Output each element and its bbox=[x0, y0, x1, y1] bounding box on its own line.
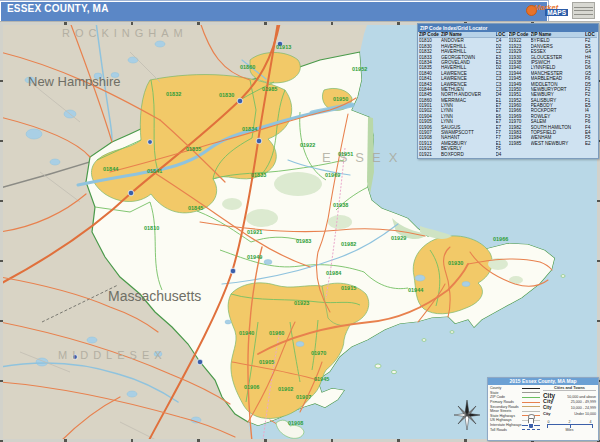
city-size-label: City bbox=[543, 398, 553, 404]
table-row: 01921BOXFORDD4 bbox=[419, 152, 508, 157]
col-loc: LOC bbox=[585, 32, 597, 37]
scale-bar: 0 2 4 Miles bbox=[543, 420, 596, 432]
col-zip-name: ZIP Name bbox=[441, 32, 496, 37]
interstate-swatch-icon bbox=[522, 425, 540, 426]
table-row: 01985WEST NEWBURYE2 bbox=[509, 141, 598, 146]
scale-bar-line bbox=[547, 424, 593, 428]
legend-line-label: Primary Roads bbox=[490, 400, 514, 404]
city-population-range: 50,000 and above bbox=[567, 395, 596, 399]
cell-loc: D4 bbox=[496, 152, 508, 157]
legend-line-label: State Highways bbox=[490, 414, 515, 418]
legend-line-items: CountyStateZIP CodePrimary RoadsSecondar… bbox=[490, 386, 540, 432]
primary-swatch-icon bbox=[522, 402, 540, 403]
cell-zip-name: BOXFORD bbox=[441, 152, 496, 157]
ushwy-swatch-icon bbox=[522, 420, 540, 421]
cell-zip-code: 01921 bbox=[419, 152, 441, 157]
col-zip-code: ZIP Code bbox=[419, 32, 441, 37]
legend-line-label: Interstate Highways bbox=[490, 423, 522, 427]
page-title: ESSEX COUNTY, MA bbox=[7, 3, 109, 14]
zip-table-body-left: 01810ANDOVERC401830HAVERHILLD201832HAVER… bbox=[419, 38, 508, 157]
legend-line-label: Toll Roads bbox=[490, 428, 507, 432]
city-population-range: Under 10,000 bbox=[574, 412, 596, 416]
legend-line-item: Interstate Highways bbox=[490, 423, 540, 428]
map-canvas: ROCKINGHAMNew HampshireESSEXMassachusett… bbox=[0, 22, 600, 442]
legend-line-label: US Highways bbox=[490, 418, 512, 422]
city-population-range: 10,000 - 24,999 bbox=[571, 406, 596, 410]
map-legend: 2015 Essex County, MA Map CountyStateZIP… bbox=[487, 377, 599, 441]
logo-badge bbox=[572, 2, 595, 19]
city-size-label: City bbox=[543, 405, 552, 410]
col-zip-code: ZIP Code bbox=[509, 32, 531, 37]
map-page: ESSEX COUNTY, MA Market MAPS bbox=[0, 0, 600, 442]
city-population-range: 25,000 - 49,999 bbox=[571, 400, 596, 404]
title-bar: ESSEX COUNTY, MA Market MAPS bbox=[0, 0, 600, 23]
cell-zip-name: WEST NEWBURY bbox=[531, 141, 586, 146]
cell-loc: E2 bbox=[585, 141, 597, 146]
legend-line-label: ZIP Code bbox=[490, 395, 505, 399]
legend-line-label: State bbox=[490, 391, 498, 395]
legend-line-label: Minor Streets bbox=[490, 409, 511, 413]
grid-ticks-left bbox=[0, 22, 3, 442]
brand-logo: Market MAPS bbox=[526, 1, 598, 20]
scale-unit: Miles bbox=[543, 428, 596, 432]
legend-line-label: County bbox=[490, 386, 501, 390]
legend-line-label: Secondary Roads bbox=[490, 405, 519, 409]
city-size-label: City bbox=[543, 411, 551, 416]
county-swatch-icon bbox=[522, 388, 540, 389]
zip-table-title: ZIP Code Index/Grid Locator bbox=[418, 24, 598, 32]
toll-swatch-icon bbox=[522, 429, 540, 430]
secondary-swatch-icon bbox=[522, 406, 540, 407]
legend-title: 2015 Essex County, MA Map bbox=[488, 378, 598, 385]
col-loc: LOC bbox=[496, 32, 508, 37]
state-swatch-icon bbox=[522, 392, 540, 393]
minor-swatch-icon bbox=[522, 411, 540, 412]
col-zip-name: ZIP Name bbox=[531, 32, 586, 37]
legend-cities-header: Cities and Towns bbox=[543, 386, 596, 391]
zip-swatch-icon bbox=[522, 397, 540, 398]
zip-code-index-table: ZIP Code Index/Grid Locator ZIP Code ZIP… bbox=[417, 23, 599, 159]
logo-maps-text: MAPS bbox=[545, 9, 568, 16]
compass-rose-icon bbox=[452, 398, 482, 432]
statehwy-swatch-icon bbox=[522, 415, 540, 416]
zip-table-body-right: 01922BYFIELDF201923DANVERSE501929ESSEXG4… bbox=[509, 38, 598, 146]
legend-city-row: CityUnder 10,000 bbox=[543, 411, 596, 417]
legend-city-rows: City50,000 and aboveCity25,000 - 49,999C… bbox=[543, 392, 596, 418]
cell-zip-code: 01985 bbox=[509, 141, 531, 146]
